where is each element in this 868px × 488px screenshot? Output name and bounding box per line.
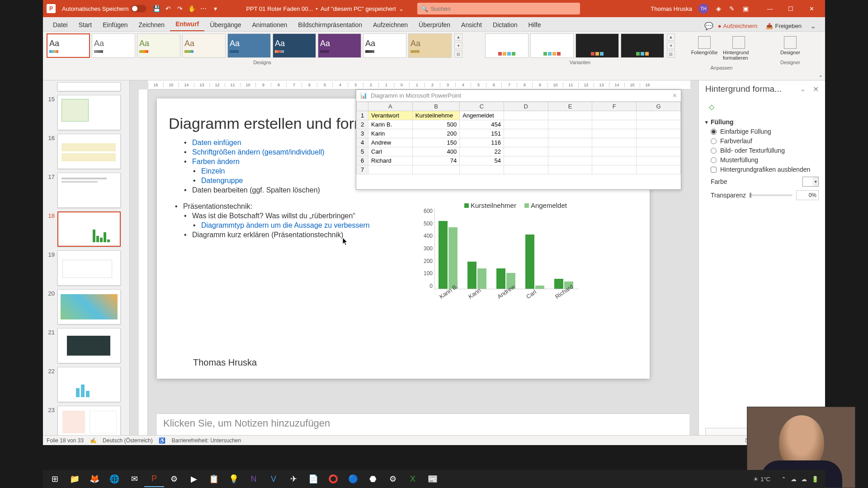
theme-thumb-2[interactable]: Aa <box>92 33 135 58</box>
app-icon-3[interactable]: 💡 <box>224 471 244 487</box>
vlc-icon[interactable]: ▶ <box>184 471 204 487</box>
pen-icon[interactable]: ✎ <box>728 5 736 12</box>
variant-2[interactable] <box>530 33 574 58</box>
telegram-icon[interactable]: ✈ <box>283 471 303 487</box>
windows-taskbar[interactable]: ⊞ 📁 🦊 🌐 ✉ P ⚙ ▶ 📋 💡 N V ✈ 📄 ⭕ 🔵 ⬣ ⚙ X 📰 … <box>43 470 825 488</box>
accessibility-status[interactable]: Barrierefreiheit: Untersuchen <box>172 437 241 444</box>
theme-thumb-9[interactable]: Aa <box>408 33 452 58</box>
app-icon-7[interactable]: ⬣ <box>363 471 383 487</box>
autosave-toggle[interactable]: Automatisches Speichern <box>62 5 146 12</box>
theme-thumb-5[interactable]: Aa <box>227 33 271 58</box>
tab-start[interactable]: Start <box>73 19 98 31</box>
slide-thumb-22[interactable] <box>57 367 121 402</box>
tray-chevron-icon[interactable]: ⌃ <box>781 476 786 483</box>
excel-icon[interactable]: X <box>403 471 423 487</box>
obs-icon[interactable]: ⭕ <box>323 471 343 487</box>
designer-button[interactable]: Designer <box>774 36 806 55</box>
ribbon-chevron-icon[interactable]: ⌄ <box>810 22 816 30</box>
datasheet-grid[interactable]: ABC DEFG 1VerantwortKursteilnehmeAngemel… <box>356 102 681 174</box>
tab-uebergaenge[interactable]: Übergänge <box>204 19 246 31</box>
fill-section[interactable]: Füllung <box>705 118 819 126</box>
tab-bildschirm[interactable]: Bildschirmpräsentation <box>292 19 368 31</box>
save-icon[interactable]: 💾 <box>153 5 160 12</box>
app-icon-6[interactable]: 🔵 <box>343 471 363 487</box>
qat-dropdown-icon[interactable]: ▾ <box>212 5 219 12</box>
minimize-button[interactable]: — <box>760 2 780 15</box>
more-icon[interactable]: ⋯ <box>200 5 207 12</box>
picture-fill-radio[interactable]: Bild- oder Texturfüllung <box>711 147 819 154</box>
tab-animationen[interactable]: Animationen <box>247 19 293 31</box>
tab-dictation[interactable]: Dictation <box>487 19 523 31</box>
theme-thumb-6[interactable]: Aa <box>273 33 316 58</box>
document-title[interactable]: PPT 01 Roter Faden 00... • Auf "diesem P… <box>246 5 403 12</box>
variant-gallery-spinner[interactable]: ▲▾⊟ <box>667 33 675 58</box>
spellcheck-icon[interactable]: ✍ <box>90 437 96 444</box>
tab-hilfe[interactable]: Hilfe <box>523 19 546 31</box>
app-icon-8[interactable]: 📰 <box>423 471 443 487</box>
share-button[interactable]: 📤Freigeben <box>762 21 806 31</box>
variant-4[interactable] <box>621 33 664 58</box>
close-button[interactable]: ✕ <box>802 2 821 15</box>
window-icon[interactable]: ▣ <box>742 5 749 12</box>
app-icon-2[interactable]: 📋 <box>204 471 224 487</box>
outlook-icon[interactable]: ✉ <box>124 471 144 487</box>
firefox-icon[interactable]: 🦊 <box>85 471 104 487</box>
slide-thumb-18[interactable] <box>57 211 121 247</box>
language-indicator[interactable]: Deutsch (Österreich) <box>103 437 153 444</box>
fill-tab-icon[interactable]: ◇ <box>705 100 718 113</box>
comments-icon[interactable]: 💬 <box>704 22 713 30</box>
hide-bg-check[interactable]: Hintergrundgrafiken ausblenden <box>711 166 819 173</box>
accessibility-icon[interactable]: ♿ <box>159 437 165 444</box>
onenote-icon[interactable]: N <box>244 471 264 487</box>
tab-entwurf[interactable]: Entwurf <box>170 18 204 31</box>
format-background-button[interactable]: Hintergrund formatieren <box>723 36 755 61</box>
tab-ueberpruefen[interactable]: Überprüfen <box>413 19 456 31</box>
slide-thumbnail-panel[interactable]: 15 16 17 18 19 20 21 22 23 24 <box>43 80 130 445</box>
slide-canvas[interactable]: 1615141312111098765432101234567891011121… <box>130 80 698 445</box>
notes-area[interactable]: Klicken Sie, um Notizen hinzuzufügen <box>157 413 689 435</box>
theme-thumb-7[interactable]: Aa <box>318 33 361 58</box>
explorer-icon[interactable]: 📁 <box>65 471 85 487</box>
slide-thumb[interactable] <box>57 82 121 91</box>
pattern-fill-radio[interactable]: Musterfüllung <box>711 156 819 164</box>
tab-ansicht[interactable]: Ansicht <box>456 19 487 31</box>
slide-thumb-21[interactable] <box>57 328 121 363</box>
tab-zeichnen[interactable]: Zeichnen <box>133 19 170 31</box>
chevron-down-icon[interactable]: ⌄ <box>399 5 404 12</box>
maximize-button[interactable]: ☐ <box>781 2 801 15</box>
slide-title[interactable]: Diagramm erstellen und formati <box>169 115 383 132</box>
undo-icon[interactable]: ↶ <box>165 5 172 12</box>
variant-1[interactable] <box>485 33 528 58</box>
tab-einfuegen[interactable]: Einfügen <box>97 19 133 31</box>
slide-thumb-15[interactable] <box>57 95 121 130</box>
tab-aufzeichnen[interactable]: Aufzeichnen <box>368 19 413 31</box>
gradient-fill-radio[interactable]: Farbverlauf <box>711 137 819 145</box>
slide-thumb-20[interactable] <box>57 289 121 324</box>
tray-onedrive-icon[interactable]: ☁ <box>801 476 807 483</box>
variant-3[interactable] <box>576 33 619 58</box>
user-name[interactable]: Thomas Hruska <box>651 5 692 12</box>
search-box[interactable]: 🔍 <box>417 3 580 14</box>
transparency-value[interactable]: 0% <box>796 190 819 200</box>
app-icon-4[interactable]: V <box>264 471 283 487</box>
color-picker[interactable]: ▾ <box>802 177 819 187</box>
search-input[interactable] <box>431 5 576 12</box>
slide-thumb-17[interactable] <box>57 173 121 208</box>
slide-counter[interactable]: Folie 18 von 33 <box>47 437 84 444</box>
toggle-switch[interactable] <box>131 5 146 12</box>
powerpoint-icon[interactable]: P <box>144 471 164 487</box>
diamond-icon[interactable]: ◈ <box>715 5 722 12</box>
slide-size-button[interactable]: Foliengröße <box>689 36 720 61</box>
tab-datei[interactable]: Datei <box>47 19 73 31</box>
settings-icon[interactable]: ⚙ <box>383 471 403 487</box>
weather-widget[interactable]: ☀1°C <box>753 476 770 483</box>
theme-thumb-8[interactable]: Aa <box>363 33 406 58</box>
tray-battery-icon[interactable]: 🔋 <box>811 476 819 483</box>
start-button[interactable]: ⊞ <box>45 471 65 487</box>
app-icon-1[interactable]: ⚙ <box>164 471 184 487</box>
user-avatar[interactable]: TH <box>698 4 708 14</box>
chart[interactable]: Kursteilnehmer Angemeldet 60050040030020… <box>410 202 586 319</box>
redo-icon[interactable]: ↷ <box>176 5 184 12</box>
touch-icon[interactable]: ✋ <box>188 5 195 12</box>
solid-fill-radio[interactable]: Einfarbige Füllung <box>711 128 819 135</box>
